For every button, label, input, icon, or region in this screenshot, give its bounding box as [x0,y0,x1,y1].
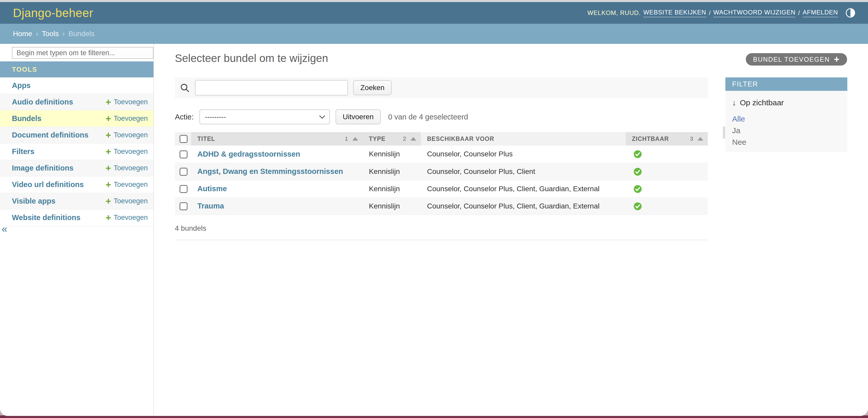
search-button[interactable]: Zoeken [353,80,392,95]
browser-window: Django-beheer WELKOM, RUUD. WEBSITE BEKI… [0,2,868,416]
beschikbaar-voor-cell: Counselor, Counselor Plus, Client, Guard… [421,197,626,215]
sidebar-model-link[interactable]: Audio definitions [12,98,73,106]
add-link-label: Toevoegen [114,197,148,205]
header: Django-beheer WELKOM, RUUD. WEBSITE BEKI… [0,2,868,24]
sidebar-item: Bundels + Toevoegen [0,110,153,127]
bundle-link[interactable]: ADHD & gedragsstoornissen [197,150,300,158]
type-cell: Kennislijn [363,163,421,180]
add-link[interactable]: + Toevoegen [106,98,148,107]
row-checkbox[interactable] [180,185,188,193]
sidebar-item: Audio definitions + Toevoegen [0,94,153,110]
sidebar-model-link[interactable]: Visible apps [12,197,56,205]
filter-option-link[interactable]: Ja [732,126,740,135]
site-title[interactable]: Django-beheer [13,6,93,20]
type-cell: Kennislijn [363,145,421,163]
paginator-divider [175,240,708,240]
bundle-link[interactable]: Autisme [197,184,227,193]
plus-icon: + [106,213,111,222]
filter-option-link[interactable]: Alle [732,114,745,123]
sidebar-item: Visible apps + Toevoegen [0,193,153,210]
sidebar-item: Document definitions + Toevoegen [0,127,153,143]
sidebar-item: Apps [0,77,153,94]
beschikbaar-voor-cell: Counselor, Counselor Plus, Client, Guard… [421,180,626,197]
execute-button[interactable]: Uitvoeren [336,109,381,125]
selected-filter-indicator [723,127,725,139]
add-link-label: Toevoegen [114,98,148,106]
breadcrumb-separator: › [62,30,65,38]
column-header-beschikbaar-voor[interactable]: BESCHIKBAAR VOOR [421,132,626,145]
column-header-titel[interactable]: TITEL 1 [191,132,363,145]
sidebar-model-link[interactable]: Apps [12,81,31,90]
type-cell: Kennislijn [363,180,421,197]
sort-priority: 1 [345,135,348,142]
sort-asc-icon [410,137,416,141]
add-link[interactable]: + Toevoegen [106,180,148,189]
change-password-link[interactable]: WACHTWOORD WIJZIGEN [713,9,796,17]
bundle-link[interactable]: Angst, Dwang en Stemmingsstoornissen [197,167,343,175]
sort-asc-icon [352,137,358,141]
filter-option-link[interactable]: Nee [732,138,746,146]
column-header-type[interactable]: TYPE 2 [363,132,421,145]
sidebar-model-link[interactable]: Document definitions [12,131,88,139]
logout-link[interactable]: AFMELDEN [803,9,838,17]
row-checkbox[interactable] [180,202,188,210]
select-all-header [175,132,191,145]
add-link[interactable]: + Toevoegen [106,164,148,173]
view-site-link[interactable]: WEBSITE BEKIJKEN [643,9,706,17]
sort-priority: 3 [690,135,693,142]
sort-asc-icon [698,137,703,141]
sidebar-item: Image definitions + Toevoegen [0,160,153,176]
chevron-down-icon [319,113,325,119]
sidebar-model-link[interactable]: Video url definitions [12,180,84,189]
visible-check-icon [633,202,642,211]
add-link-label: Toevoegen [114,214,148,222]
add-link[interactable]: + Toevoegen [106,213,148,222]
breadcrumb-tools[interactable]: Tools [42,30,59,38]
sidebar-item: Video url definitions + Toevoegen [0,176,153,193]
actions-row: Actie: --------- Uitvoeren 0 van de 4 ge… [175,109,708,125]
sidebar-filter-input[interactable] [12,47,153,59]
table-row: Angst, Dwang en Stemmingsstoornissen Ken… [175,163,708,180]
add-link[interactable]: + Toevoegen [106,197,148,206]
filter-options: Alle Ja Nee [725,113,847,148]
breadcrumb: Home › Tools › Bundels [0,24,868,44]
bundle-link[interactable]: Trauma [197,202,224,210]
row-checkbox[interactable] [180,168,188,176]
plus-icon: + [106,98,111,107]
search-input[interactable] [195,80,348,96]
nav-sidebar: TOOLS Apps Audio definitions + Toevoegen [0,44,154,416]
arrow-down-icon[interactable]: ↓ [732,98,736,108]
sort-badge: 1 [345,135,358,142]
plus-icon: + [106,147,111,156]
plus-icon: + [106,114,111,123]
window-top-edge [0,0,868,2]
table-row: Trauma Kennislijn Counselor, Counselor P… [175,197,708,215]
action-select[interactable]: --------- [199,109,330,125]
row-checkbox[interactable] [180,150,188,159]
sidebar-model-link[interactable]: Bundels [12,114,41,123]
sidebar-model-link[interactable]: Website definitions [12,213,80,222]
sidebar-model-link[interactable]: Filters [12,147,34,156]
theme-toggle-icon[interactable] [846,8,855,18]
sidebar-section-title: TOOLS [0,61,153,77]
result-table: TITEL 1 TYPE [175,132,708,215]
select-all-checkbox[interactable] [180,135,188,143]
add-link[interactable]: + Toevoegen [106,147,148,156]
add-link-label: Toevoegen [114,131,148,139]
filter-panel: FILTER ↓ Op zichtbaar Alle Ja [725,77,847,152]
add-link-label: Toevoegen [114,181,148,188]
add-bundle-button[interactable]: BUNDEL TOEVOEGEN + [746,53,847,66]
sidebar-model-link[interactable]: Image definitions [12,164,73,172]
type-cell: Kennislijn [363,197,421,215]
add-link[interactable]: + Toevoegen [106,114,148,123]
action-selected-option: --------- [205,113,226,121]
breadcrumb-home[interactable]: Home [13,30,32,38]
add-link[interactable]: + Toevoegen [106,131,148,140]
plus-icon: + [834,55,840,64]
filter-option: Nee [725,136,847,148]
table-row: ADHD & gedragsstoornissen Kennislijn Cou… [175,145,708,163]
plus-icon: + [106,131,111,140]
visible-check-icon [633,185,642,193]
sidebar-collapse-icon[interactable]: « [2,223,7,235]
column-header-zichtbaar[interactable]: ZICHTBAAR 3 [626,132,708,145]
